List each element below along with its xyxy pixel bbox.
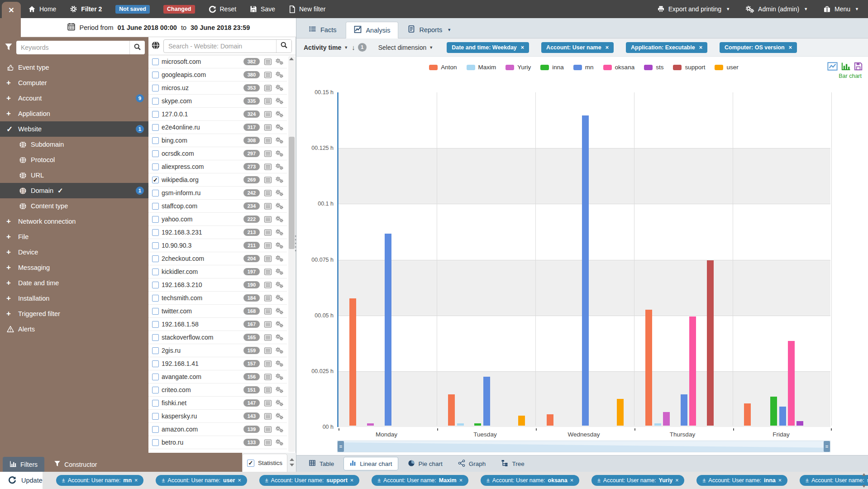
- domain-checkbox[interactable]: [152, 413, 159, 420]
- settings-gears-icon[interactable]: [275, 439, 284, 446]
- statistics-checkbox[interactable]: ✓: [247, 460, 254, 467]
- domain-row[interactable]: ✓wikipedia.org269: [148, 173, 287, 187]
- domain-checkbox[interactable]: [152, 216, 159, 223]
- home-button[interactable]: Home: [28, 5, 56, 13]
- account-chip[interactable]: ±Account: User name:Yuriy×: [591, 475, 684, 486]
- details-list-icon[interactable]: [264, 242, 272, 249]
- plus-minus-icon[interactable]: ±: [62, 477, 65, 484]
- settings-gears-icon[interactable]: [275, 255, 284, 262]
- settings-gears-icon[interactable]: [275, 426, 284, 433]
- domain-checkbox[interactable]: [152, 137, 159, 144]
- domain-checkbox[interactable]: [152, 282, 159, 288]
- settings-gears-icon[interactable]: [275, 294, 284, 302]
- domain-row[interactable]: 192.168.3.210190: [148, 278, 287, 292]
- domain-checkbox[interactable]: [152, 229, 159, 236]
- chip-close-icon[interactable]: ×: [606, 44, 609, 51]
- scrollbar-thumb[interactable]: [289, 137, 295, 249]
- domain-search-input[interactable]: [164, 43, 276, 50]
- settings-gears-icon[interactable]: [275, 399, 284, 407]
- details-list-icon[interactable]: [264, 85, 272, 91]
- settings-gears-icon[interactable]: [275, 281, 284, 288]
- details-list-icon[interactable]: [264, 360, 272, 367]
- dimension-chip[interactable]: Application: Executable×: [626, 42, 707, 53]
- domain-checkbox[interactable]: [152, 58, 159, 65]
- domain-row[interactable]: 192.168.3.231213: [148, 226, 287, 239]
- panel-splitter-handle[interactable]: [294, 235, 297, 254]
- domain-row[interactable]: 2gis.ru159: [148, 344, 287, 357]
- details-list-icon[interactable]: [264, 150, 272, 157]
- sidebar-item-event-type[interactable]: Event type: [0, 60, 148, 75]
- bar-chart-icon[interactable]: [841, 62, 850, 71]
- domain-checkbox[interactable]: ✓: [152, 177, 159, 183]
- settings-gears-icon[interactable]: [275, 216, 284, 223]
- account-chip[interactable]: ±Account: User name:Maxim×: [372, 475, 468, 486]
- account-chip[interactable]: ±Account: User name:support×: [259, 475, 359, 486]
- keywords-input[interactable]: [16, 44, 129, 51]
- legend-item[interactable]: oksana: [603, 64, 635, 71]
- details-list-icon[interactable]: [264, 268, 272, 275]
- plus-minus-icon[interactable]: ±: [486, 477, 490, 484]
- reset-button[interactable]: Reset: [209, 5, 237, 13]
- chip-close-icon[interactable]: ×: [350, 477, 353, 484]
- sort-direction-icon[interactable]: ↓: [352, 43, 355, 51]
- legend-item[interactable]: Anton: [429, 64, 457, 71]
- details-list-icon[interactable]: [264, 387, 272, 393]
- sidebar-item-website[interactable]: ✓Website1: [0, 121, 148, 137]
- dimension-chip[interactable]: Date and time: Weekday×: [447, 42, 529, 53]
- settings-gears-icon[interactable]: [275, 110, 284, 118]
- domain-checkbox[interactable]: [152, 163, 159, 170]
- domain-row[interactable]: 192.168.1.58167: [148, 318, 287, 331]
- chips-scrollbar[interactable]: [861, 472, 867, 489]
- domain-checkbox[interactable]: [152, 439, 159, 446]
- tab-table[interactable]: Table: [303, 457, 340, 470]
- sidebar-item-protocol[interactable]: Protocol: [0, 152, 148, 168]
- tab-constructor[interactable]: Constructor: [47, 457, 104, 472]
- details-list-icon[interactable]: [264, 177, 272, 183]
- settings-gears-icon[interactable]: [275, 189, 284, 197]
- legend-item[interactable]: user: [715, 64, 738, 71]
- sidebar-item-messaging[interactable]: +Messaging: [0, 260, 148, 275]
- chip-close-icon[interactable]: ×: [675, 477, 678, 484]
- tab-filters[interactable]: Filters: [3, 457, 44, 472]
- scroll-down-icon[interactable]: [290, 464, 294, 466]
- plus-minus-icon[interactable]: ±: [377, 477, 381, 484]
- details-list-icon[interactable]: [264, 229, 272, 236]
- account-chip[interactable]: ±Account: User name:mn×: [56, 475, 144, 486]
- details-list-icon[interactable]: [264, 308, 272, 315]
- domain-row[interactable]: 127.0.0.1324: [148, 108, 287, 121]
- legend-item[interactable]: sts: [644, 64, 663, 71]
- sidebar-item-domain[interactable]: Domain✓1: [0, 183, 148, 198]
- details-list-icon[interactable]: [264, 321, 272, 328]
- domain-row[interactable]: techsmith.com184: [148, 292, 287, 305]
- settings-gears-icon[interactable]: [275, 242, 284, 249]
- domain-checkbox[interactable]: [152, 124, 159, 131]
- details-list-icon[interactable]: [264, 216, 272, 223]
- chip-close-icon[interactable]: ×: [789, 44, 792, 51]
- details-list-icon[interactable]: [264, 203, 272, 210]
- chip-close-icon[interactable]: ×: [459, 477, 463, 484]
- domain-checkbox[interactable]: [152, 295, 159, 302]
- settings-gears-icon[interactable]: [275, 71, 284, 78]
- chip-close-icon[interactable]: ×: [699, 44, 702, 51]
- chip-close-icon[interactable]: ×: [238, 477, 241, 484]
- sidebar-item-application[interactable]: +Application: [0, 106, 148, 121]
- settings-gears-icon[interactable]: [275, 176, 284, 183]
- domain-checkbox[interactable]: [152, 426, 159, 433]
- domain-checkbox[interactable]: [152, 85, 159, 91]
- domain-checkbox[interactable]: [152, 268, 159, 275]
- domain-row[interactable]: e2e4online.ru317: [148, 121, 287, 134]
- domain-checkbox[interactable]: [152, 150, 159, 157]
- domain-checkbox[interactable]: [152, 347, 159, 354]
- sidebar-item-content-type[interactable]: Content type: [0, 198, 148, 214]
- legend-item[interactable]: support: [673, 64, 705, 71]
- domain-row[interactable]: microsoft.com382: [148, 55, 287, 68]
- domain-checkbox[interactable]: [152, 111, 159, 118]
- statistics-toggle[interactable]: ✓ Statistics: [242, 454, 287, 472]
- domain-checkbox[interactable]: [152, 400, 159, 407]
- tab-linear-chart[interactable]: Linear chart: [343, 457, 398, 470]
- settings-gears-icon[interactable]: [275, 124, 284, 131]
- sidebar-item-subdomain[interactable]: Subdomain: [0, 137, 148, 152]
- domain-row[interactable]: kaspersky.ru143: [148, 410, 287, 423]
- domain-row[interactable]: bing.com308: [148, 134, 287, 147]
- dimension-chip[interactable]: Account: User name×: [541, 42, 614, 53]
